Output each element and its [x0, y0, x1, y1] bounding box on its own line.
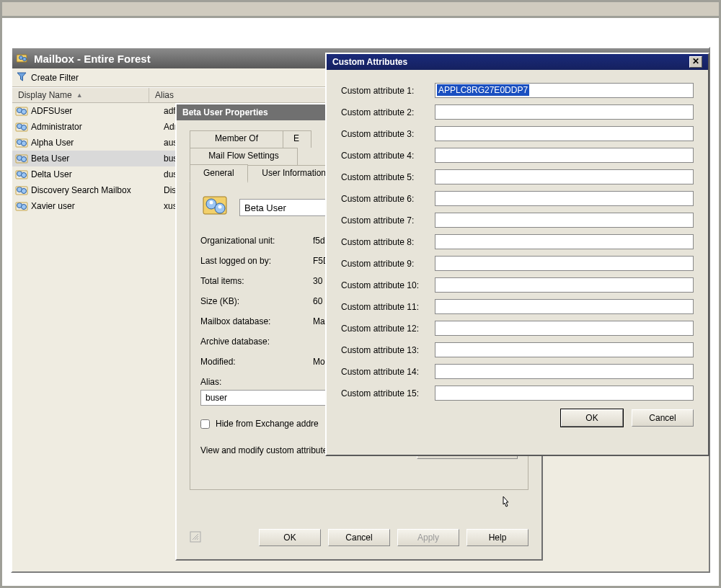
- attr-label: Custom attribute 5:: [341, 172, 435, 182]
- attr-input-3[interactable]: [435, 126, 694, 141]
- attr-row: Custom attribute 15:: [341, 386, 694, 401]
- attr-input-8[interactable]: [435, 234, 694, 249]
- attr-row: Custom attribute 9:: [341, 256, 694, 271]
- close-icon[interactable]: ✕: [689, 56, 702, 68]
- attr-label: Custom attribute 2:: [341, 107, 435, 117]
- svg-point-16: [22, 173, 27, 178]
- info-label: Modified:: [200, 357, 313, 367]
- apply-button[interactable]: Apply: [397, 529, 459, 546]
- attr-label: Custom attribute 6:: [341, 194, 435, 204]
- attr-input-4[interactable]: [435, 148, 694, 163]
- attr-label: Custom attribute 15:: [341, 388, 435, 398]
- svg-point-2: [23, 58, 27, 61]
- svg-point-13: [22, 157, 27, 162]
- mailbox-title: Mailbox - Entire Forest: [34, 53, 151, 65]
- row-display-name: Discovery Search Mailbox: [31, 185, 164, 195]
- filter-icon: [17, 72, 28, 84]
- hide-label: Hide from Exchange addre: [216, 419, 319, 429]
- info-label: Mailbox database:: [200, 316, 313, 326]
- mailbox-icon: [17, 53, 30, 64]
- cancel-button[interactable]: Cancel: [328, 529, 390, 546]
- hide-checkbox[interactable]: [200, 419, 210, 429]
- tab-e[interactable]: E: [283, 130, 311, 148]
- row-display-name: Administrator: [31, 122, 164, 132]
- attr-input-2[interactable]: [435, 104, 694, 120]
- attr-row: Custom attribute 11:: [341, 299, 694, 314]
- dialog-grip-icon: [190, 531, 203, 544]
- attr-label: Custom attribute 9:: [341, 259, 435, 269]
- svg-point-4: [22, 110, 27, 115]
- attr-row: Custom attribute 12:: [341, 321, 694, 336]
- svg-point-28: [218, 205, 222, 209]
- user-icon: [15, 105, 28, 117]
- attr-row: Custom attribute 2:: [341, 104, 694, 120]
- attr-input-11[interactable]: [435, 299, 694, 314]
- row-display-name: ADFSUser: [31, 106, 164, 116]
- help-button[interactable]: Help: [466, 529, 528, 546]
- ok-button[interactable]: OK: [259, 529, 321, 546]
- create-filter-link[interactable]: Create Filter: [31, 73, 79, 83]
- row-display-name: Alpha User: [31, 138, 164, 148]
- row-display-name: Beta User: [31, 153, 164, 164]
- col-display-name[interactable]: Display Name▲: [12, 88, 149, 102]
- svg-point-27: [210, 201, 213, 205]
- attr-label: Custom attribute 14:: [341, 367, 435, 377]
- user-icon: [15, 169, 28, 180]
- attr-label: Custom attribute 13:: [341, 345, 435, 355]
- properties-title: Beta User Properties: [182, 107, 268, 117]
- info-label: Size (KB):: [200, 296, 313, 306]
- attr-label: Custom attribute 8:: [341, 237, 435, 247]
- outer-frame: Mailbox - Entire Forest Create Filter Di…: [0, 0, 721, 588]
- attr-input-14[interactable]: [435, 364, 694, 379]
- user-icon: [15, 184, 28, 196]
- tab-general[interactable]: General: [190, 164, 248, 182]
- user-icon: [15, 137, 28, 148]
- svg-point-19: [22, 189, 27, 194]
- attr-row: Custom attribute 3:: [341, 126, 694, 141]
- attr-row: Custom attribute 13:: [341, 342, 694, 357]
- sort-asc-icon: ▲: [76, 92, 83, 99]
- custom-attributes-title: Custom Attributes: [332, 57, 407, 67]
- info-label: Last logged on by:: [200, 256, 313, 266]
- attr-row: Custom attribute 5:: [341, 169, 694, 184]
- attr-input-12[interactable]: [435, 321, 694, 336]
- svg-point-7: [22, 125, 27, 130]
- custom-attributes-titlebar: Custom Attributes ✕: [327, 54, 708, 70]
- attr-label: Custom attribute 1:: [341, 86, 435, 96]
- attr-label: Custom attribute 7:: [341, 215, 435, 226]
- attr-label: Custom attribute 12:: [341, 324, 435, 334]
- info-label: Archive database:: [200, 337, 313, 347]
- attr-input-13[interactable]: [435, 342, 694, 357]
- attr-row: Custom attribute 14:: [341, 364, 694, 379]
- svg-point-22: [22, 205, 27, 210]
- attr-row: Custom attribute 6:: [341, 191, 694, 206]
- cursor-pointer-icon: [501, 495, 514, 511]
- attr-input-5[interactable]: [435, 169, 694, 184]
- info-label: Organizational unit:: [200, 236, 313, 246]
- tab-member-of[interactable]: Member Of: [190, 130, 283, 148]
- info-label: Total items:: [200, 276, 313, 286]
- user-mailbox-icon: [200, 192, 231, 223]
- attr-row: Custom attribute 1:APPLC8RG27E0DDP7: [341, 83, 694, 98]
- attr-input-10[interactable]: [435, 277, 694, 293]
- attr-label: Custom attribute 3:: [341, 129, 435, 139]
- attr-row: Custom attribute 10:: [341, 277, 694, 293]
- attr-row: Custom attribute 8:: [341, 234, 694, 249]
- attr-row: Custom attribute 4:: [341, 148, 694, 163]
- attr-label: Custom attribute 4:: [341, 151, 435, 161]
- attr-input-15[interactable]: [435, 386, 694, 401]
- row-display-name: Xavier user: [31, 201, 164, 211]
- row-display-name: Delta User: [31, 169, 164, 179]
- attr-input-9[interactable]: [435, 256, 694, 271]
- attrs-ok-button[interactable]: OK: [561, 409, 623, 427]
- user-icon: [15, 153, 28, 164]
- attr-input-6[interactable]: [435, 191, 694, 206]
- attr-input-7[interactable]: [435, 213, 694, 228]
- attr-row: Custom attribute 7:: [341, 213, 694, 228]
- custom-attributes-dialog: Custom Attributes ✕ Custom attribute 1:A…: [325, 53, 709, 456]
- tab-mail-flow[interactable]: Mail Flow Settings: [190, 148, 298, 165]
- user-icon: [15, 200, 28, 212]
- user-icon: [15, 121, 28, 133]
- attrs-cancel-button[interactable]: Cancel: [632, 409, 694, 427]
- svg-point-1: [19, 56, 23, 60]
